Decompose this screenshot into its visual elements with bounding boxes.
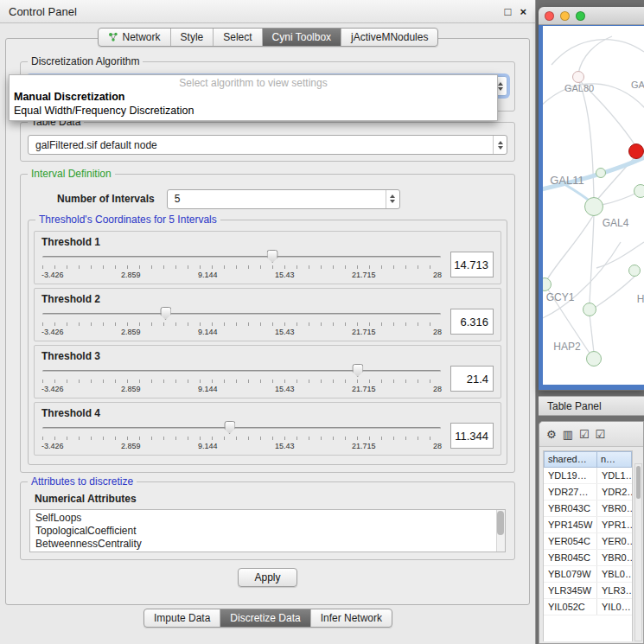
threshold-block: Threshold 2 -3.4262.8599.14415.4321.7152… [34, 288, 501, 341]
network-node[interactable] [583, 303, 596, 316]
dropdown-placeholder: Select algorithm to view settings [10, 76, 497, 90]
combo-stepper-icon [493, 136, 507, 154]
threshold-value-field[interactable]: 14.713 [450, 252, 494, 277]
network-node-label: H [637, 293, 644, 305]
tab-jactivemnodules[interactable]: jActiveMNodules [341, 29, 437, 46]
number-of-intervals-select[interactable]: 5 [167, 189, 400, 209]
threshold-value-field[interactable]: 11.344 [450, 423, 494, 449]
scale-label: 28 [433, 328, 442, 336]
table-row[interactable]: YPR145WYPR1… [544, 517, 632, 533]
scrollbar-thumb[interactable] [497, 511, 504, 535]
tab-impute-data[interactable]: Impute Data [144, 609, 220, 627]
table-cell: YPR145W [544, 517, 597, 532]
tab-select[interactable]: Select [213, 29, 261, 46]
threshold-slider[interactable] [41, 250, 442, 264]
network-view[interactable]: GAL80GAGAL11GAL4GCY1HAP2H [539, 25, 644, 390]
zoom-traffic-light-icon[interactable] [576, 11, 585, 21]
table-toolbar: ⚙▥☑☑ [539, 422, 643, 447]
table-cell: YBR045C [544, 550, 597, 565]
table-row[interactable]: YBR045CYBR0… [544, 550, 632, 566]
column-header-name[interactable]: n… [597, 451, 632, 468]
scale-label: 28 [433, 271, 442, 279]
threshold-label: Threshold 2 [41, 292, 494, 306]
close-traffic-light-icon[interactable] [545, 11, 554, 21]
network-node[interactable] [596, 168, 606, 178]
minimize-traffic-light-icon[interactable] [560, 11, 570, 21]
table-row[interactable]: YER054CYER0… [544, 533, 632, 550]
table-data-group: Table Data galFiltered.sif default node [20, 122, 515, 162]
network-node[interactable] [628, 143, 644, 159]
select-check-icon[interactable]: ☑ [579, 429, 590, 440]
slider-thumb[interactable] [224, 421, 235, 434]
scale-label: 21.715 [352, 442, 376, 450]
tab-cyni-toolbox[interactable]: Cyni Toolbox [262, 29, 341, 46]
network-node[interactable] [539, 277, 552, 291]
threshold-value-field[interactable]: 6.316 [450, 309, 494, 335]
table-row[interactable]: YBL079WYBL0… [544, 566, 632, 583]
threshold-slider[interactable] [41, 307, 442, 321]
attribute-list-item[interactable]: BetweennessCentrality [35, 538, 494, 551]
window-title: Control Panel [9, 5, 77, 18]
scale-label: 28 [433, 385, 442, 393]
select-all-check-icon[interactable]: ☑ [596, 429, 606, 440]
scrollbar-thumb[interactable] [636, 466, 641, 499]
network-node[interactable] [628, 265, 641, 277]
numerical-attributes-list[interactable]: SelfLoopsTopologicalCoefficientBetweenne… [29, 509, 506, 552]
control-panel-tabs: Network Style Select Cyni Toolbox jActiv… [98, 28, 439, 47]
table-row[interactable]: YLR345WYLR3… [544, 583, 632, 599]
tab-network[interactable]: Network [99, 29, 170, 46]
network-node[interactable] [572, 71, 584, 83]
tab-label: Style [181, 31, 204, 43]
threshold-block: Threshold 1 -3.4262.8599.14415.4321.7152… [34, 231, 501, 284]
network-node[interactable] [634, 184, 644, 198]
tab-style[interactable]: Style [170, 29, 214, 46]
table-row[interactable]: YDR27…YDR2… [544, 484, 632, 501]
dropdown-option-equal-width[interactable]: Equal Width/Frequency Discretization [10, 104, 497, 118]
threshold-label: Threshold 1 [41, 235, 494, 249]
table-cell: YER0… [597, 536, 632, 546]
network-node[interactable] [586, 351, 602, 367]
tab-infer-network[interactable]: Infer Network [310, 609, 392, 627]
slider-thumb[interactable] [352, 364, 363, 377]
cyni-bottom-tabs: Impute Data Discretize Data Infer Networ… [143, 609, 392, 628]
dropdown-option-manual[interactable]: Manual Discretization [10, 90, 497, 104]
control-panel-titlebar: Control Panel □ × [0, 0, 535, 23]
tab-label: Infer Network [321, 612, 382, 624]
table-row[interactable]: YBR043CYBR0… [544, 501, 632, 517]
tab-label: Cyni Toolbox [272, 31, 331, 43]
table-row[interactable]: YIL052CYIL0… [544, 599, 632, 615]
slider-rail [42, 313, 441, 316]
threshold-slider[interactable] [41, 421, 442, 435]
tab-label: Discretize Data [230, 612, 300, 624]
float-window-icon[interactable]: □ [505, 5, 512, 18]
close-icon[interactable]: × [520, 5, 526, 18]
tab-label: Impute Data [154, 612, 210, 624]
threshold-block: Threshold 4 -3.4262.8599.14415.4321.7152… [34, 402, 501, 456]
scale-label: 9.144 [198, 271, 218, 279]
column-header-shared[interactable]: shared… [544, 451, 597, 468]
slider-thumb[interactable] [160, 307, 171, 320]
list-scrollbar[interactable] [496, 510, 505, 552]
attribute-list-item[interactable]: SelfLoops [35, 512, 494, 525]
combo-stepper-icon [386, 190, 399, 208]
table-row[interactable]: YDL19…YDL1… [544, 468, 632, 484]
table-cell: YBR0… [597, 552, 632, 563]
slider-thumb[interactable] [267, 250, 278, 263]
tab-discretize-data[interactable]: Discretize Data [220, 609, 309, 627]
scale-label: 9.144 [198, 442, 218, 450]
network-node[interactable] [584, 197, 603, 216]
table-scrollbar[interactable] [634, 463, 642, 641]
settings-gear-icon[interactable]: ⚙ [546, 429, 557, 440]
table-header-row: shared… n… [544, 451, 632, 468]
apply-button[interactable]: Apply [238, 568, 296, 587]
threshold-slider[interactable] [41, 364, 442, 378]
window-controls: □ × [505, 5, 526, 18]
table-cell: YLR3… [597, 585, 632, 596]
attribute-list-item[interactable]: TopologicalCoefficient [35, 525, 494, 538]
threshold-value-field[interactable]: 21.4 [450, 366, 494, 392]
table-cell: YDR27… [544, 484, 597, 500]
table-panel-title: Table Panel [547, 400, 602, 412]
column-chooser-icon[interactable]: ▥ [563, 429, 573, 440]
table-data-select[interactable]: galFiltered.sif default node [28, 135, 507, 155]
table-panel-header[interactable]: Table Panel [539, 396, 644, 416]
